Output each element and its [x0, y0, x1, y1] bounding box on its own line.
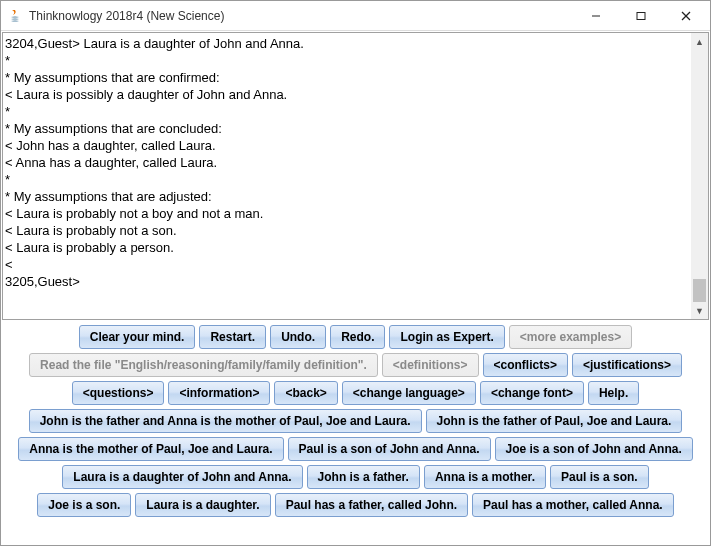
- console-output[interactable]: 3204,Guest> Laura is a daughter of John …: [3, 33, 691, 319]
- window-title: Thinknowlogy 2018r4 (New Science): [29, 9, 573, 23]
- scroll-up-icon[interactable]: ▲: [691, 33, 708, 50]
- window-controls: [573, 1, 708, 30]
- example-row-7: Joe is a son. Laura is a daughter. Paul …: [3, 493, 708, 517]
- questions-button[interactable]: <questions>: [72, 381, 165, 405]
- example-button[interactable]: Paul has a father, called John.: [275, 493, 468, 517]
- example-button[interactable]: John is the father and Anna is the mothe…: [29, 409, 422, 433]
- titlebar: Thinknowlogy 2018r4 (New Science): [1, 1, 710, 31]
- justifications-button[interactable]: <justifications>: [572, 353, 682, 377]
- example-row-5: Anna is the mother of Paul, Joe and Laur…: [3, 437, 708, 461]
- toolbar-row-2: Read the file "English/reasoning/family/…: [3, 353, 708, 377]
- clear-button[interactable]: Clear your mind.: [79, 325, 196, 349]
- example-button[interactable]: John is the father of Paul, Joe and Laur…: [426, 409, 683, 433]
- scroll-down-icon[interactable]: ▼: [691, 302, 708, 319]
- console-panel: 3204,Guest> Laura is a daughter of John …: [2, 32, 709, 320]
- back-button[interactable]: <back>: [274, 381, 337, 405]
- example-button[interactable]: Joe is a son of John and Anna.: [495, 437, 693, 461]
- example-button[interactable]: Joe is a son.: [37, 493, 131, 517]
- example-button[interactable]: Paul has a mother, called Anna.: [472, 493, 674, 517]
- undo-button[interactable]: Undo.: [270, 325, 326, 349]
- read-file-button: Read the file "English/reasoning/family/…: [29, 353, 378, 377]
- example-button[interactable]: Paul is a son of John and Anna.: [288, 437, 491, 461]
- example-button[interactable]: Anna is the mother of Paul, Joe and Laur…: [18, 437, 283, 461]
- toolbar-row-1: Clear your mind. Restart. Undo. Redo. Lo…: [3, 325, 708, 349]
- svg-rect-1: [637, 12, 645, 19]
- application-window: Thinknowlogy 2018r4 (New Science) 3204,G…: [0, 0, 711, 546]
- example-button[interactable]: Paul is a son.: [550, 465, 649, 489]
- example-row-6: Laura is a daughter of John and Anna. Jo…: [3, 465, 708, 489]
- toolbar-row-3: <questions> <information> <back> <change…: [3, 381, 708, 405]
- scroll-track[interactable]: [691, 50, 708, 302]
- content-area: 3204,Guest> Laura is a daughter of John …: [1, 31, 710, 545]
- example-button[interactable]: Anna is a mother.: [424, 465, 546, 489]
- change-language-button[interactable]: <change language>: [342, 381, 476, 405]
- example-button[interactable]: Laura is a daughter of John and Anna.: [62, 465, 302, 489]
- vertical-scrollbar[interactable]: ▲ ▼: [691, 33, 708, 319]
- example-button[interactable]: John is a father.: [307, 465, 420, 489]
- more-examples-button: <more examples>: [509, 325, 632, 349]
- scroll-thumb[interactable]: [693, 279, 706, 302]
- redo-button[interactable]: Redo.: [330, 325, 385, 349]
- button-panel: Clear your mind. Restart. Undo. Redo. Lo…: [1, 321, 710, 519]
- maximize-button[interactable]: [618, 1, 663, 30]
- java-icon: [7, 8, 23, 24]
- change-font-button[interactable]: <change font>: [480, 381, 584, 405]
- minimize-button[interactable]: [573, 1, 618, 30]
- example-button[interactable]: Laura is a daughter.: [135, 493, 270, 517]
- example-row-4: John is the father and Anna is the mothe…: [3, 409, 708, 433]
- information-button[interactable]: <information>: [168, 381, 270, 405]
- close-button[interactable]: [663, 1, 708, 30]
- definitions-button: <definitions>: [382, 353, 479, 377]
- help-button[interactable]: Help.: [588, 381, 639, 405]
- login-button[interactable]: Login as Expert.: [389, 325, 504, 349]
- restart-button[interactable]: Restart.: [199, 325, 266, 349]
- conflicts-button[interactable]: <conflicts>: [483, 353, 568, 377]
